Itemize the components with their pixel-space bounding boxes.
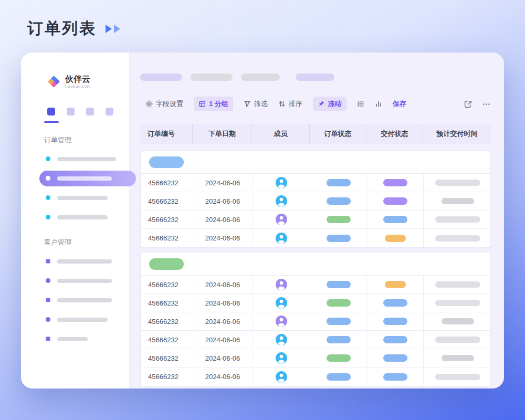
order-status-cell xyxy=(310,211,367,228)
sidebar-item[interactable] xyxy=(21,292,129,308)
column-header[interactable]: 订单状态 xyxy=(310,124,366,144)
order-status-pill xyxy=(327,197,351,205)
order-number-cell: 45666232 xyxy=(141,276,193,293)
order-status-cell xyxy=(310,312,367,330)
order-date-cell: 2024-06-06 xyxy=(193,312,253,330)
main-content: 字段设置 1 分组 筛选 xyxy=(130,52,504,388)
order-status-pill xyxy=(327,281,351,288)
order-date-cell: 2024-06-06 xyxy=(193,368,253,386)
avatar-icon xyxy=(276,371,287,383)
save-button[interactable]: 保存 xyxy=(393,99,406,109)
table-row[interactable]: 456662322024-06-06 xyxy=(141,174,490,192)
nav-item-dot xyxy=(46,195,50,200)
member-cell xyxy=(253,312,310,330)
sidebar-item[interactable] xyxy=(39,171,136,186)
member-cell xyxy=(253,294,310,312)
nav-item-placeholder xyxy=(57,337,88,341)
logo-text: 伙伴云 huoban.com xyxy=(65,75,91,89)
breadcrumb-skeleton xyxy=(140,74,504,81)
member-cell xyxy=(253,211,310,228)
nav-item-placeholder xyxy=(57,298,112,302)
sidebar-item[interactable] xyxy=(21,331,129,347)
delivery-status-pill xyxy=(383,336,407,343)
table-row[interactable]: 456662322024-06-06 xyxy=(141,294,490,312)
table-row[interactable]: 456662322024-06-06 xyxy=(141,192,490,211)
filter-button[interactable]: 筛选 xyxy=(244,99,268,109)
sidebar-tab[interactable] xyxy=(47,108,55,116)
toolbar-right xyxy=(464,100,490,108)
sidebar-item[interactable] xyxy=(21,273,129,289)
eta-cell xyxy=(424,276,491,293)
order-status-cell xyxy=(310,368,367,386)
skeleton-pill xyxy=(191,74,233,81)
delivery-status-pill xyxy=(383,318,407,325)
sidebar-item[interactable] xyxy=(21,312,129,328)
eta-placeholder xyxy=(435,180,480,186)
nav-item-dot xyxy=(46,156,50,161)
chart-view-button[interactable] xyxy=(375,100,382,108)
logo-name: 伙伴云 xyxy=(65,75,91,84)
delivery-status-cell xyxy=(367,331,424,349)
column-header[interactable]: 订单编号 xyxy=(140,124,193,144)
nav-section-label: 客户管理 xyxy=(44,238,129,247)
freeze-button[interactable]: 冻结 xyxy=(313,97,346,111)
table-row[interactable]: 456662322024-06-06 xyxy=(141,368,490,386)
table-row[interactable]: 456662322024-06-06 xyxy=(141,349,490,368)
order-status-cell xyxy=(310,192,367,210)
table-header: 订单编号下单日期成员订单状态交付状态预计交付时间 xyxy=(140,124,491,144)
sidebar-tab[interactable] xyxy=(86,108,94,116)
member-avatar xyxy=(276,177,287,188)
member-cell xyxy=(253,174,310,192)
sidebar-tab[interactable] xyxy=(106,108,113,116)
avatar-icon xyxy=(276,233,287,244)
eta-placeholder xyxy=(435,235,480,242)
eta-placeholder xyxy=(435,216,480,223)
sidebar-item[interactable] xyxy=(21,151,129,167)
sidebar-item[interactable] xyxy=(21,254,129,269)
avatar-icon xyxy=(276,352,287,364)
filter-label: 筛选 xyxy=(254,99,268,109)
sidebar-item[interactable] xyxy=(21,190,129,206)
gear-icon xyxy=(145,100,153,108)
avatar-icon xyxy=(276,195,287,207)
table-row[interactable]: 456662322024-06-06 xyxy=(141,211,490,229)
row-height-button[interactable] xyxy=(357,100,364,108)
group-header-row[interactable] xyxy=(141,151,490,174)
sidebar: 伙伴云 huoban.com 订单管理客户管理 xyxy=(21,52,130,388)
eta-placeholder xyxy=(435,300,480,306)
table-row[interactable]: 456662322024-06-06 xyxy=(141,312,490,331)
order-status-cell xyxy=(310,294,367,312)
chart-icon xyxy=(375,100,382,108)
column-header[interactable]: 交付状态 xyxy=(366,124,423,144)
field-settings-button[interactable]: 字段设置 xyxy=(145,99,183,109)
member-cell xyxy=(253,229,310,247)
sidebar-tab[interactable] xyxy=(67,108,75,116)
sort-button[interactable]: 排序 xyxy=(278,99,302,109)
table-row[interactable]: 456662322024-06-06 xyxy=(141,331,490,349)
eta-cell xyxy=(424,331,491,349)
delivery-status-cell xyxy=(367,349,424,367)
table-row[interactable]: 456662322024-06-06 xyxy=(141,276,490,294)
pin-icon xyxy=(318,100,325,108)
sidebar-item[interactable] xyxy=(21,209,129,225)
nav-item-placeholder xyxy=(57,157,116,161)
group-header-row[interactable] xyxy=(141,253,490,276)
avatar-icon xyxy=(276,214,287,225)
sort-icon xyxy=(278,100,286,108)
eta-cell xyxy=(424,294,491,312)
order-number-cell: 45666232 xyxy=(141,192,193,210)
edit-icon xyxy=(464,100,472,108)
group-button[interactable]: 1 分组 xyxy=(194,97,233,111)
edit-button[interactable] xyxy=(464,100,472,108)
delivery-status-cell xyxy=(367,294,424,312)
more-button[interactable] xyxy=(482,100,490,108)
skeleton-pill xyxy=(140,74,182,81)
delivery-status-pill xyxy=(383,373,407,381)
nav-item-placeholder xyxy=(57,176,112,181)
column-header[interactable]: 预计交付时间 xyxy=(423,124,491,144)
table-row[interactable]: 456662322024-06-06 xyxy=(141,229,490,247)
column-header[interactable]: 下单日期 xyxy=(193,124,252,144)
order-status-pill xyxy=(327,318,351,325)
column-header[interactable]: 成员 xyxy=(252,124,310,144)
member-avatar xyxy=(276,214,287,225)
